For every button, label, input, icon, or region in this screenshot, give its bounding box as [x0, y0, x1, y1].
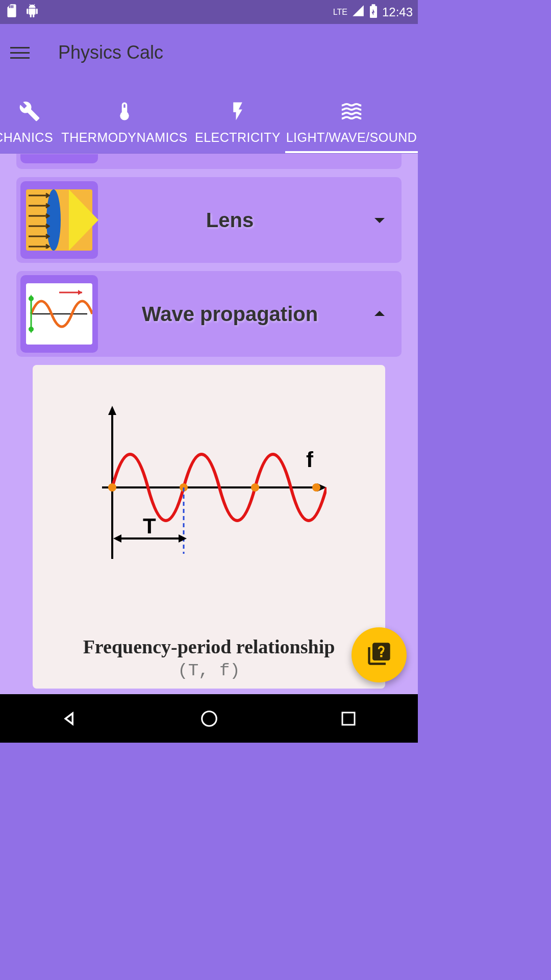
lte-label: LTE	[333, 8, 347, 17]
detail-title: Frequency-period relationship	[83, 635, 335, 658]
card-wave-propagation[interactable]: Wave propagation	[16, 271, 402, 357]
help-icon	[366, 641, 392, 669]
svg-point-20	[251, 483, 259, 492]
tab-mechanics[interactable]: ECHANICS	[0, 81, 59, 153]
content-area: Lens Wave propagation	[0, 154, 418, 694]
chevron-down-icon[interactable]	[362, 202, 397, 238]
thermometer-icon	[113, 100, 136, 123]
svg-marker-15	[108, 406, 116, 415]
tab-label: LIGHT/WAVE/SOUND	[286, 130, 417, 145]
tab-light-wave-sound[interactable]: LIGHT/WAVE/SOUND	[285, 81, 418, 153]
card-lens[interactable]: Lens	[16, 177, 402, 263]
sd-card-icon	[5, 3, 18, 21]
back-button[interactable]	[55, 703, 85, 734]
detail-subtitle: (T, f)	[178, 661, 240, 680]
menu-icon[interactable]	[10, 40, 35, 65]
svg-marker-8	[78, 290, 82, 295]
battery-charging-icon	[369, 4, 378, 21]
home-button[interactable]	[194, 703, 224, 734]
help-fab[interactable]	[352, 627, 407, 682]
svg-point-26	[202, 711, 216, 726]
freq-label: f	[306, 448, 314, 472]
card-title: Lens	[104, 209, 356, 232]
flash-icon	[226, 100, 249, 123]
svg-rect-27	[342, 713, 355, 725]
svg-point-21	[312, 483, 320, 492]
waves-icon	[340, 100, 363, 123]
tab-electricity[interactable]: ELECTRICITY	[190, 81, 285, 153]
period-label: T	[143, 514, 156, 538]
tab-label: ECHANICS	[0, 130, 53, 145]
svg-marker-24	[113, 534, 121, 543]
svg-point-18	[108, 483, 116, 492]
tab-label: THERMODYNAMICS	[61, 130, 187, 145]
svg-marker-25	[179, 534, 187, 543]
tab-thermodynamics[interactable]: THERMODYNAMICS	[59, 81, 190, 153]
android-icon	[26, 3, 39, 21]
tools-icon	[18, 100, 41, 123]
system-nav-bar	[0, 694, 418, 743]
card-title: Wave propagation	[104, 303, 356, 326]
chevron-up-icon[interactable]	[362, 296, 397, 332]
lens-icon	[20, 181, 98, 259]
wave-icon	[20, 275, 98, 353]
card-peek-top[interactable]	[16, 154, 402, 169]
recent-button[interactable]	[333, 703, 364, 734]
card-icon-placeholder	[20, 154, 98, 163]
app-bar: Physics Calc	[0, 24, 418, 81]
status-bar: LTE 12:43	[0, 0, 418, 24]
app-title: Physics Calc	[58, 42, 163, 63]
tab-label: ELECTRICITY	[195, 130, 281, 145]
status-time: 12:43	[382, 5, 413, 19]
detail-panel[interactable]: T f Frequency-period relationship (T, f)	[33, 365, 385, 689]
tab-bar: ECHANICS THERMODYNAMICS ELECTRICITY LIGH…	[0, 81, 418, 154]
frequency-diagram: T f	[92, 401, 327, 595]
signal-icon	[352, 4, 365, 20]
